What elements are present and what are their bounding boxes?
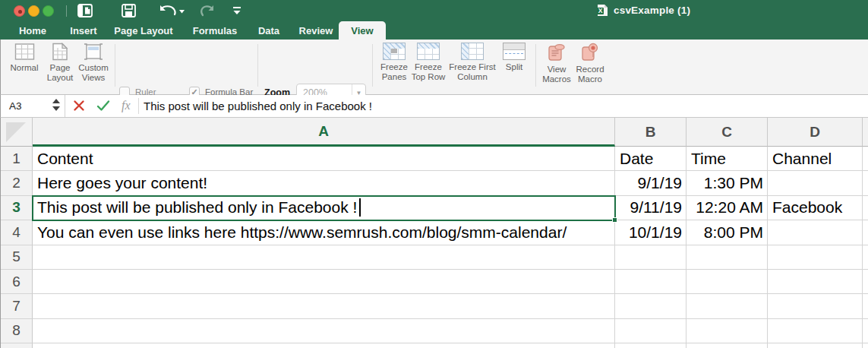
column-header-B[interactable]: B	[615, 118, 687, 147]
cell-C1[interactable]: Time	[687, 147, 768, 171]
cell-X4[interactable]	[863, 220, 868, 245]
window-title-group: X csvExample (1)	[597, 4, 690, 17]
customize-toolbar-button[interactable]	[228, 2, 246, 19]
column-header-C[interactable]: C	[687, 118, 768, 147]
cell-A2[interactable]: Here goes your content!	[33, 171, 615, 195]
freeze-panes-label: FreezePanes	[380, 62, 408, 82]
cell-A1[interactable]: Content	[33, 147, 615, 171]
record-macro-label: RecordMacro	[576, 65, 604, 84]
cell-D[interactable]	[768, 343, 863, 348]
tab-view[interactable]: View	[339, 21, 386, 40]
tab-data[interactable]: Data	[251, 21, 286, 40]
workbook-gallery-button[interactable]	[76, 2, 94, 19]
stepper-down-icon[interactable]	[52, 106, 60, 111]
cell-X[interactable]	[863, 343, 868, 348]
fullscreen-window-button[interactable]	[43, 5, 54, 17]
cell-A3[interactable]: This post will be published only in Face…	[33, 196, 615, 220]
row-header-7[interactable]: 7	[1, 294, 33, 318]
cell-text: Facebook	[772, 198, 842, 217]
normal-view-button[interactable]: Normal	[7, 43, 42, 73]
cell-B5[interactable]	[615, 245, 687, 270]
row-header-1[interactable]: 1	[1, 147, 33, 171]
confirm-entry-button[interactable]	[96, 100, 110, 115]
select-all-corner[interactable]	[1, 118, 33, 147]
cell-C8[interactable]	[687, 319, 768, 343]
name-box-value: A3	[9, 100, 22, 112]
cell-A6[interactable]	[33, 270, 615, 294]
tab-page-layout[interactable]: Page Layout	[109, 21, 178, 40]
cell-D2[interactable]	[768, 171, 863, 195]
row-header-4[interactable]: 4	[1, 220, 33, 245]
row-header-2[interactable]: 2	[1, 171, 33, 195]
cell-X7[interactable]	[863, 294, 868, 318]
column-header-partial[interactable]	[863, 118, 868, 147]
cell-C2[interactable]: 1:30 PM	[687, 171, 768, 195]
cell-X2[interactable]	[863, 171, 868, 195]
cell-D6[interactable]	[768, 270, 863, 294]
cell-X3[interactable]	[863, 196, 868, 220]
page-layout-view-button[interactable]: PageLayout	[43, 43, 77, 83]
undo-button[interactable]	[156, 2, 185, 19]
cell-A8[interactable]	[33, 319, 615, 343]
cell-B4[interactable]: 10/1/19	[615, 220, 687, 245]
cell-A7[interactable]	[33, 294, 615, 318]
tab-home[interactable]: Home	[11, 21, 55, 40]
custom-views-icon	[83, 43, 104, 61]
cell-D4[interactable]	[768, 220, 863, 245]
freeze-panes-button[interactable]: FreezePanes	[377, 43, 412, 82]
tab-formulas[interactable]: Formulas	[188, 21, 242, 40]
cell-C7[interactable]	[687, 294, 768, 318]
row-header-6[interactable]: 6	[1, 270, 33, 294]
freeze-first-column-button[interactable]: Freeze FirstColumn	[447, 43, 497, 82]
cell-B[interactable]	[615, 343, 687, 348]
column-header-D[interactable]: D	[768, 118, 863, 147]
tab-insert[interactable]: Insert	[62, 21, 105, 40]
minimize-window-button[interactable]	[28, 5, 39, 17]
cell-B1[interactable]: Date	[615, 147, 687, 171]
cell-B8[interactable]	[615, 319, 687, 343]
row-header-5[interactable]: 5	[1, 245, 33, 270]
save-button[interactable]	[119, 2, 137, 19]
split-button[interactable]: Split	[499, 43, 529, 72]
cancel-entry-button[interactable]	[73, 100, 85, 115]
tab-review[interactable]: Review	[294, 21, 338, 40]
redo-button[interactable]	[199, 2, 217, 19]
cell-C3[interactable]: 12:20 AM	[687, 196, 768, 220]
cell-A5[interactable]	[33, 245, 615, 270]
cell-C4[interactable]: 8:00 PM	[687, 220, 768, 245]
excel-file-icon: X	[597, 4, 608, 17]
custom-views-button[interactable]: CustomViews	[75, 43, 112, 83]
insert-function-button[interactable]: fx	[122, 99, 131, 112]
cell-X8[interactable]	[863, 319, 868, 343]
record-macro-button[interactable]: RecordMacro	[573, 43, 608, 84]
freeze-top-row-button[interactable]: FreezeTop Row	[410, 43, 447, 82]
cell-C6[interactable]	[687, 270, 768, 294]
cell-D8[interactable]	[768, 319, 863, 343]
cell-D3[interactable]: Facebook	[768, 196, 863, 220]
cell-A4[interactable]: You can even use links here https://www.…	[33, 220, 615, 245]
cell-X1[interactable]	[863, 147, 868, 171]
row-header-partial[interactable]	[1, 343, 33, 348]
cell-D5[interactable]	[768, 245, 863, 270]
stepper-up-icon[interactable]	[52, 99, 60, 103]
formula-bar: A3 fx This post will be published only i…	[0, 95, 868, 118]
cell-D7[interactable]	[768, 294, 863, 318]
column-header-A[interactable]: A	[33, 118, 615, 147]
close-window-button[interactable]	[14, 5, 25, 17]
cell-D1[interactable]: Channel	[768, 147, 863, 171]
name-box-stepper[interactable]	[52, 99, 60, 114]
cell-B3[interactable]: 9/11/19	[615, 196, 687, 220]
formula-input[interactable]: This post will be published only in Face…	[144, 100, 372, 112]
row-header-8[interactable]: 8	[1, 319, 33, 343]
cell-X6[interactable]	[863, 270, 868, 294]
cell-B6[interactable]	[615, 270, 687, 294]
cell-A[interactable]	[33, 343, 615, 348]
cell-B7[interactable]	[615, 294, 687, 318]
cell-X5[interactable]	[863, 245, 868, 270]
row-header-3[interactable]: 3	[1, 196, 33, 220]
view-macros-button[interactable]: ViewMacros	[540, 43, 573, 84]
cell-C5[interactable]	[687, 245, 768, 270]
record-macro-icon	[579, 43, 601, 62]
cell-B2[interactable]: 9/1/19	[615, 171, 687, 195]
cell-C[interactable]	[687, 343, 768, 348]
